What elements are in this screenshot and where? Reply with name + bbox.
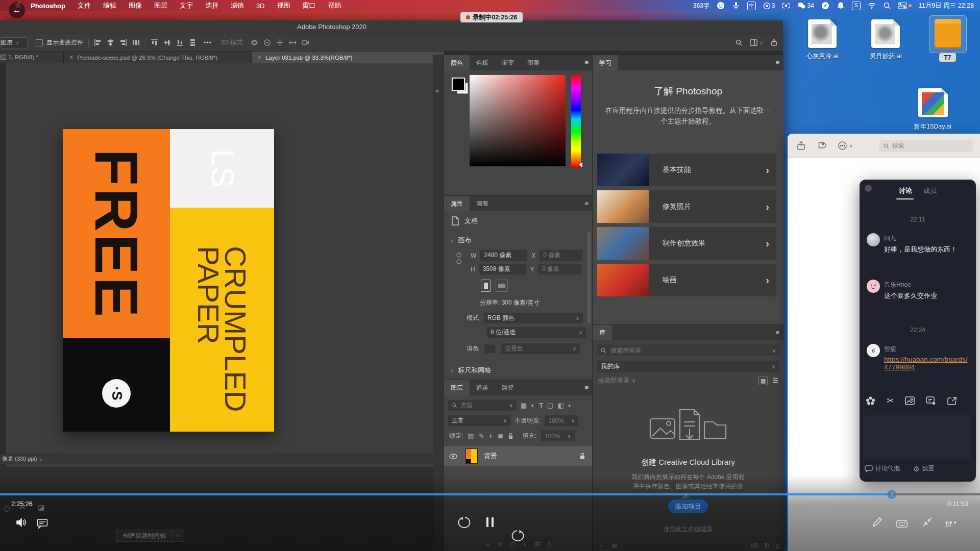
sticker-flower-icon[interactable] xyxy=(866,396,875,406)
bit-depth-select[interactable]: 8 位/通道∨ xyxy=(487,327,586,338)
more-controls-icon[interactable]: ••• xyxy=(945,518,958,527)
lock-all-icon[interactable] xyxy=(508,433,513,439)
distribute-v-icon[interactable] xyxy=(189,39,197,46)
wifi-icon[interactable] xyxy=(868,2,876,10)
search-icon[interactable] xyxy=(735,39,743,46)
scrollbar[interactable] xyxy=(587,232,591,323)
tab-learn[interactable]: 学习 xyxy=(593,55,618,70)
wechat-status-icon[interactable]: 34 xyxy=(797,2,814,9)
back-button[interactable]: ← xyxy=(9,2,25,18)
tag-icon[interactable] xyxy=(817,141,826,151)
word-count-status[interactable]: 363字 xyxy=(693,2,709,10)
collapse-icon[interactable]: ∨ xyxy=(450,368,454,373)
list-view-icon[interactable]: ☰ xyxy=(772,377,778,385)
3d-orbit-icon[interactable] xyxy=(251,39,258,46)
align-middle-icon[interactable] xyxy=(163,39,171,46)
document-tab-active[interactable]: ✕ Layer 031.psb @ 33.3%(RGB/8*) xyxy=(252,52,445,63)
photoshop-titlebar[interactable] xyxy=(0,20,783,34)
tab-layers[interactable]: 图层 xyxy=(444,380,470,395)
menu-edit[interactable]: 编辑 xyxy=(97,1,122,10)
3d-pan-icon[interactable] xyxy=(276,39,284,46)
input-method-icon[interactable]: 中 xyxy=(747,2,756,10)
canvas-area[interactable]: FREE LS CRUMPLED PAPER ·S xyxy=(6,63,433,474)
chat-username[interactable]: 智疲 xyxy=(884,345,896,354)
airdrop-status-icon[interactable] xyxy=(782,2,790,10)
3d-roll-icon[interactable] xyxy=(263,39,271,46)
more-actions-icon[interactable]: ∨ xyxy=(838,141,853,151)
tab-color[interactable]: 颜色 xyxy=(444,55,470,70)
zoom-status[interactable]: 像素 (300 ppi) xyxy=(2,455,37,463)
status-chevron-icon[interactable]: › xyxy=(40,456,42,462)
hue-marker[interactable] xyxy=(579,162,582,167)
chat-link[interactable]: https://huaban.com/boards/47799884 xyxy=(884,356,968,371)
lock-paint-icon[interactable]: ✎ xyxy=(479,432,484,440)
timeline-dropdown-chevron[interactable]: ∨ xyxy=(173,530,184,542)
3d-slide-icon[interactable] xyxy=(289,39,297,46)
tab-swatches[interactable]: 色板 xyxy=(470,55,495,70)
tab-patterns[interactable]: 图案 xyxy=(521,55,546,70)
link-layers-icon[interactable]: ∞ xyxy=(486,541,491,548)
blend-mode-select[interactable]: 正常∨ xyxy=(448,415,510,426)
close-icon[interactable]: ✕ xyxy=(69,54,74,61)
forward-30-button[interactable]: 30 xyxy=(510,530,980,543)
avatar[interactable]: 6 xyxy=(867,344,880,357)
exit-fullscreen-icon[interactable] xyxy=(922,516,933,528)
collapse-panels-icon[interactable]: » xyxy=(435,87,439,94)
layer-name[interactable]: 背景 xyxy=(484,452,497,461)
timeline-record-icon[interactable] xyxy=(4,506,10,512)
progress-bar-played[interactable] xyxy=(0,493,891,495)
align-top-icon[interactable] xyxy=(151,39,158,46)
chat-username[interactable]: 音乐Hnoe xyxy=(884,281,911,289)
auto-select-dropdown[interactable]: 图层∨ xyxy=(0,37,28,48)
align-bottom-icon[interactable] xyxy=(176,39,184,46)
menu-file[interactable]: 文件 xyxy=(71,1,97,10)
image-upload-icon[interactable] xyxy=(905,396,915,405)
menu-3d[interactable]: 3D xyxy=(250,2,271,10)
smiley-status-icon[interactable] xyxy=(717,2,725,10)
fill-opacity-field[interactable]: 100%∨ xyxy=(541,431,575,441)
distribute-h-icon[interactable] xyxy=(132,39,140,46)
recording-badge[interactable]: 录制中02:25:26 xyxy=(460,12,523,22)
opacity-field[interactable]: 100%∨ xyxy=(545,415,578,426)
layer-visibility-eye-icon[interactable] xyxy=(449,454,457,459)
filter-pixel-icon[interactable]: ▦ xyxy=(521,402,527,409)
fill-swatch[interactable] xyxy=(484,344,496,354)
menu-select[interactable]: 选择 xyxy=(199,1,225,10)
desktop-icon-drive-selected[interactable] xyxy=(929,15,967,53)
pause-button[interactable] xyxy=(486,517,494,527)
tab-channels[interactable]: 通道 xyxy=(470,380,495,395)
lock-transparent-icon[interactable]: ▨ xyxy=(468,432,474,440)
x-field[interactable]: 0 像素 xyxy=(540,250,582,261)
menu-window[interactable]: 窗口 xyxy=(297,1,322,10)
chevron-down-icon[interactable]: ∨ xyxy=(772,348,776,354)
learn-card-basics[interactable]: 基本技能 › xyxy=(597,154,776,186)
notification-bell-icon[interactable] xyxy=(837,2,845,10)
learn-card-retouch[interactable]: 修复照片 › xyxy=(597,190,776,223)
filter-adjustment-icon[interactable]: ◐ xyxy=(531,402,535,409)
link-dimensions-icon[interactable] xyxy=(456,252,461,265)
desktop-icon-label[interactable]: 灵丹妙药.ai xyxy=(857,52,914,61)
learn-card-effects[interactable]: 制作创意效果 › xyxy=(597,227,776,260)
menu-filter[interactable]: 滤镜 xyxy=(225,1,250,10)
library-select[interactable]: 我的库 ∨ xyxy=(597,361,779,372)
panel-menu-icon[interactable]: ≡ xyxy=(584,199,589,207)
color-field[interactable] xyxy=(470,75,566,166)
screen-recorder-status-icon[interactable]: 3 xyxy=(763,2,775,10)
share-link-icon[interactable] xyxy=(947,396,957,405)
menu-help[interactable]: 帮助 xyxy=(322,1,348,10)
desktop-icon-label[interactable]: 心灰意冷.ai xyxy=(794,52,850,61)
lock-artboard-icon[interactable]: ▣ xyxy=(497,432,503,440)
show-transform-checkbox[interactable] xyxy=(36,39,43,46)
avatar[interactable] xyxy=(867,233,880,246)
panel-menu-icon[interactable]: ≡ xyxy=(775,329,779,336)
learn-card-paint[interactable]: 绘画 › xyxy=(597,264,776,296)
filter-pin-icon[interactable]: ● xyxy=(568,403,571,408)
menu-image[interactable]: 图像 xyxy=(122,1,148,10)
filter-shape-icon[interactable]: ▢ xyxy=(547,402,553,409)
tab-properties[interactable]: 属性 xyxy=(444,196,470,211)
control-center-icon[interactable] xyxy=(898,2,912,9)
chevron-down-icon[interactable]: ∨ xyxy=(760,40,763,45)
library-search-input[interactable]: 搜索所有库 ∨ xyxy=(597,344,779,357)
browser-status-icon[interactable] xyxy=(821,2,829,10)
layer-thumbnail[interactable] xyxy=(465,448,478,464)
